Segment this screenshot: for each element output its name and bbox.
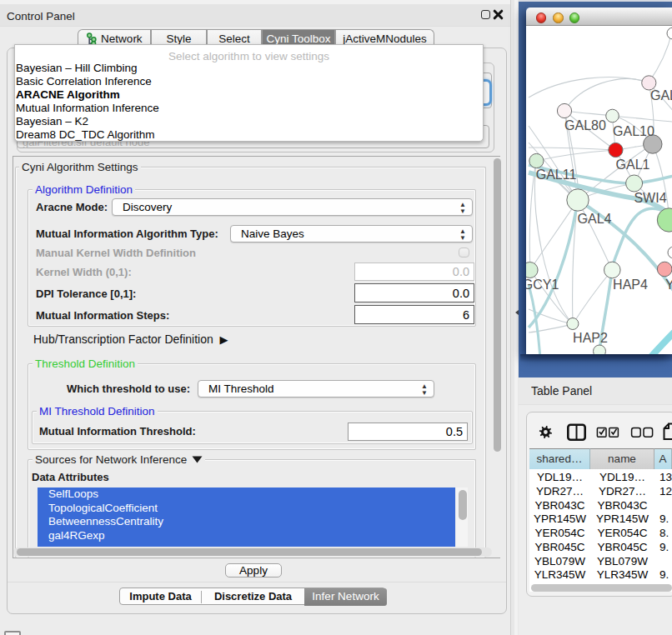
svg-text:GAL80: GAL80 (564, 118, 606, 132)
svg-text:SWI4: SWI4 (634, 191, 666, 205)
svg-text:GCY1: GCY1 (526, 278, 559, 292)
svg-text:HAP4: HAP4 (613, 278, 648, 292)
svg-text:GAL4: GAL4 (578, 212, 612, 226)
svg-text:HAP2: HAP2 (573, 331, 608, 345)
svg-text:GAL11: GAL11 (536, 168, 577, 182)
svg-text:Y: Y (665, 278, 672, 292)
svg-text:GAL1: GAL1 (616, 158, 650, 172)
svg-text:GAL7: GAL7 (650, 88, 672, 102)
svg-text:GAL10: GAL10 (613, 124, 654, 138)
